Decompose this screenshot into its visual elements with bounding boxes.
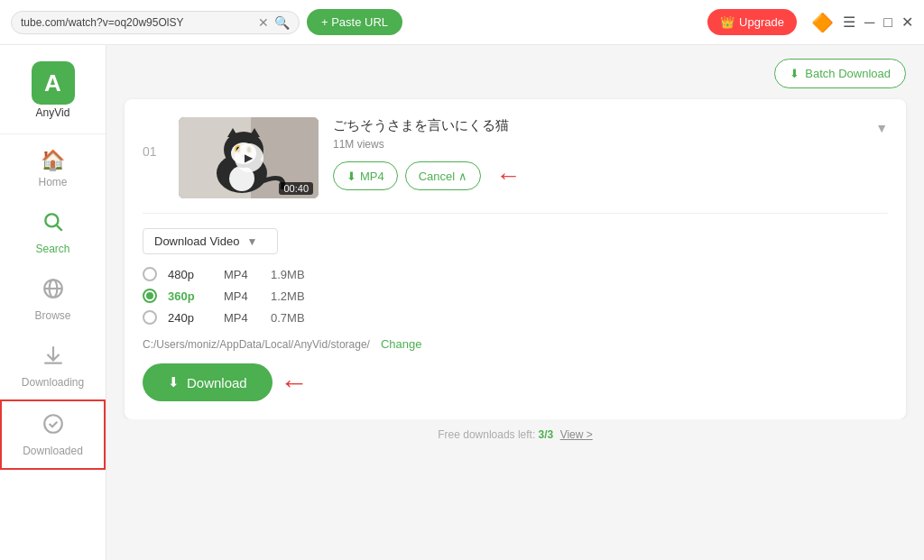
radio-240p[interactable]	[143, 310, 157, 325]
video-thumbnail[interactable]: ▶ 00:40	[179, 117, 319, 198]
download-button-row: ⬇ Download ←	[143, 363, 888, 401]
menu-icon[interactable]: ☰	[843, 14, 855, 31]
downloaded-label: Downloaded	[23, 445, 83, 457]
quality-format-240p: MP4	[224, 311, 260, 325]
cancel-button[interactable]: Cancel ∧	[405, 161, 481, 190]
view-link[interactable]: View >	[560, 428, 593, 441]
video-views: 11M views	[333, 138, 861, 151]
paste-url-button[interactable]: + Paste URL	[307, 9, 402, 35]
video-duration: 00:40	[279, 182, 313, 195]
orange-icon[interactable]: 🔶	[811, 12, 834, 33]
url-search-icon: 🔍	[274, 15, 290, 30]
browse-icon	[42, 277, 65, 306]
svg-point-0	[45, 214, 58, 226]
url-clear-icon[interactable]: ✕	[258, 15, 269, 30]
radio-360p[interactable]	[143, 289, 157, 303]
video-title: ごちそうさまを言いにくる猫	[333, 117, 861, 134]
video-card: 01	[125, 99, 906, 419]
video-actions: ⬇ MP4 Cancel ∧ ←	[333, 161, 861, 190]
format-select[interactable]: Download Video ▼	[143, 228, 278, 254]
search-icon	[42, 210, 65, 239]
mp4-button[interactable]: ⬇ MP4	[333, 161, 398, 190]
footer: Free downloads left: 3/3 View >	[125, 419, 906, 450]
video-row: 01	[143, 117, 888, 214]
quality-size-360p: 1.2MB	[271, 289, 305, 303]
logo-letter: A	[44, 69, 61, 97]
maximize-icon[interactable]: □	[883, 14, 892, 31]
quality-item-360p[interactable]: 360p MP4 1.2MB	[143, 289, 888, 303]
quality-format-480p: MP4	[224, 268, 260, 281]
batch-download-icon: ⬇	[790, 67, 799, 80]
sidebar: A AnyVid 🏠 Home Search	[0, 45, 106, 560]
chevron-up-icon: ∧	[458, 170, 467, 183]
titlebar-controls: 🔶 ☰ ─ □ ✕	[811, 12, 913, 33]
arrow-indicator-cancel: ←	[495, 161, 521, 190]
storage-row: C:/Users/moniz/AppData/Local/AnyVid/stor…	[143, 337, 888, 351]
quality-item-480p[interactable]: 480p MP4 1.9MB	[143, 267, 888, 281]
batch-download-button[interactable]: ⬇ Batch Download	[774, 59, 906, 88]
search-label: Search	[35, 243, 69, 255]
upgrade-button[interactable]: 👑 Upgrade	[707, 9, 797, 35]
quality-res-480p: 480p	[168, 268, 213, 281]
home-icon: 🏠	[41, 149, 65, 172]
main-layout: A AnyVid 🏠 Home Search	[0, 45, 924, 560]
format-dropdown-arrow: ▼	[246, 235, 257, 248]
radio-480p[interactable]	[143, 267, 157, 281]
quality-res-360p: 360p	[168, 289, 213, 303]
home-label: Home	[38, 176, 67, 188]
video-info: ごちそうさまを言いにくる猫 11M views ⬇ MP4 Cancel ∧ ←	[333, 117, 861, 190]
app-logo: A	[32, 61, 75, 105]
quality-res-240p: 240p	[168, 311, 213, 325]
quality-size-480p: 1.9MB	[271, 268, 305, 281]
quality-item-240p[interactable]: 240p MP4 0.7MB	[143, 310, 888, 325]
video-number: 01	[143, 117, 164, 159]
downloading-icon	[42, 344, 65, 372]
download-count: 3/3	[539, 428, 554, 441]
download-options-panel: Download Video ▼ 480p MP4 1.9MB	[143, 228, 888, 401]
sidebar-item-home[interactable]: 🏠 Home	[0, 138, 106, 199]
url-bar[interactable]: tube.com/watch?v=oq20w95OlSY ✕ 🔍	[11, 11, 300, 34]
quality-format-360p: MP4	[224, 289, 260, 303]
url-text: tube.com/watch?v=oq20w95OlSY	[21, 16, 253, 29]
logo-container: A AnyVid	[0, 54, 106, 134]
sidebar-item-downloaded[interactable]: Downloaded	[0, 399, 106, 470]
downloading-label: Downloading	[22, 376, 84, 389]
close-icon[interactable]: ✕	[901, 14, 913, 31]
browse-label: Browse	[34, 309, 70, 322]
svg-point-6	[44, 415, 62, 433]
expand-icon[interactable]: ▼	[875, 117, 888, 135]
play-button[interactable]: ▶	[235, 143, 263, 172]
svg-line-1	[56, 225, 61, 231]
download-small-icon: ⬇	[346, 170, 356, 183]
storage-path: C:/Users/moniz/AppData/Local/AnyVid/stor…	[143, 338, 370, 351]
downloaded-icon	[42, 412, 65, 441]
titlebar: tube.com/watch?v=oq20w95OlSY ✕ 🔍 + Paste…	[0, 0, 924, 45]
app-name: AnyVid	[36, 106, 70, 119]
quality-size-240p: 0.7MB	[271, 311, 305, 325]
download-main-button[interactable]: ⬇ Download	[143, 363, 273, 401]
content-area: ⬇ Batch Download 01	[106, 45, 924, 560]
minimize-icon[interactable]: ─	[864, 14, 874, 31]
sidebar-item-search[interactable]: Search	[0, 199, 106, 266]
radio-inner-360p	[146, 292, 153, 299]
crown-icon: 👑	[720, 15, 735, 29]
sidebar-item-downloading[interactable]: Downloading	[0, 333, 106, 399]
arrow-indicator-download: ←	[280, 366, 309, 399]
download-icon: ⬇	[168, 374, 180, 390]
quality-list: 480p MP4 1.9MB 360p MP4 1.2MB	[143, 267, 888, 325]
sidebar-item-browse[interactable]: Browse	[0, 266, 106, 333]
change-storage-link[interactable]: Change	[381, 337, 422, 351]
